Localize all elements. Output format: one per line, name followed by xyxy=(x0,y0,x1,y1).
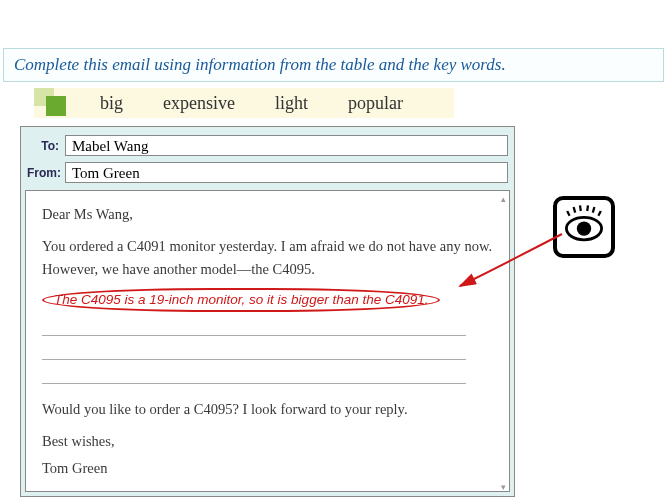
eye-icon xyxy=(553,196,615,258)
from-field[interactable]: Tom Green xyxy=(65,162,508,183)
from-label: From: xyxy=(27,166,65,180)
scroll-down-icon: ▾ xyxy=(501,481,509,489)
from-row: From: Tom Green xyxy=(21,159,514,186)
email-container: To: Mabel Wang From: Tom Green ▴ Dear Ms… xyxy=(20,126,515,497)
scroll-up-icon: ▴ xyxy=(501,193,509,201)
closing-question: Would you like to order a C4095? I look … xyxy=(42,398,493,420)
greeting: Dear Ms Wang, xyxy=(42,203,493,225)
keyword-decoration xyxy=(34,88,66,118)
best-wishes: Best wishes, xyxy=(42,430,493,452)
to-row: To: Mabel Wang xyxy=(21,127,514,159)
to-field[interactable]: Mabel Wang xyxy=(65,135,508,156)
svg-point-7 xyxy=(577,221,591,235)
keyword-bar: big expensive light popular xyxy=(34,88,454,118)
signature: Tom Green xyxy=(42,457,493,479)
body-paragraph: You ordered a C4091 monitor yesterday. I… xyxy=(42,235,493,280)
svg-line-1 xyxy=(574,207,576,213)
svg-line-5 xyxy=(598,211,600,216)
keyword-item: big xyxy=(80,93,143,114)
keyword-item: popular xyxy=(328,93,423,114)
keyword-item: light xyxy=(255,93,328,114)
svg-line-2 xyxy=(580,205,581,211)
blank-line[interactable] xyxy=(42,318,466,336)
circled-answer: The C4095 is a 19-inch monitor, so it is… xyxy=(42,288,440,312)
instruction-banner: Complete this email using information fr… xyxy=(3,48,664,82)
keyword-item: expensive xyxy=(143,93,255,114)
instruction-text: Complete this email using information fr… xyxy=(14,55,506,74)
answer-line: The C4095 is a 19-inch monitor, so it is… xyxy=(42,288,493,312)
blank-line[interactable] xyxy=(42,342,466,360)
to-label: To: xyxy=(27,139,65,153)
svg-line-0 xyxy=(567,211,569,216)
blank-line[interactable] xyxy=(42,366,466,384)
svg-line-4 xyxy=(593,207,595,213)
email-body: ▴ Dear Ms Wang, You ordered a C4091 moni… xyxy=(25,190,510,492)
svg-line-3 xyxy=(587,205,588,211)
